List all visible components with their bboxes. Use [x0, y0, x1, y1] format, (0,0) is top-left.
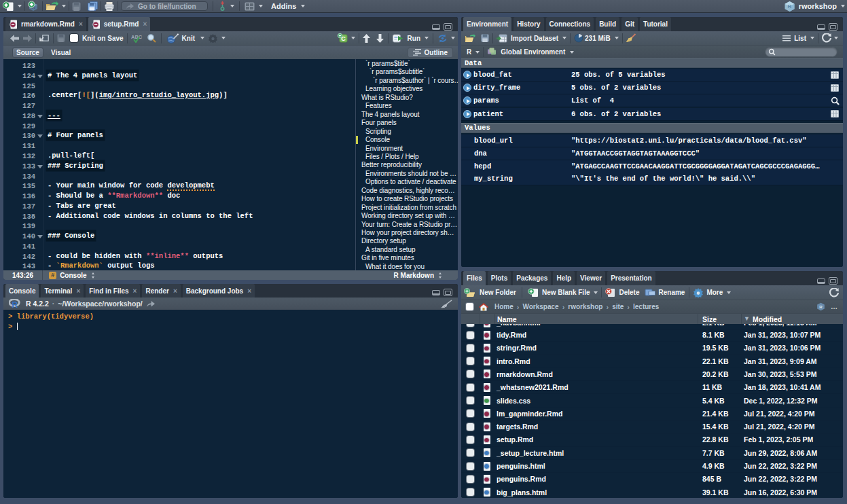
svg-text:ABC: ABC	[131, 34, 143, 40]
svg-text:R: R	[819, 304, 823, 309]
svg-text:R: R	[787, 3, 791, 10]
svg-text:R: R	[12, 300, 18, 308]
